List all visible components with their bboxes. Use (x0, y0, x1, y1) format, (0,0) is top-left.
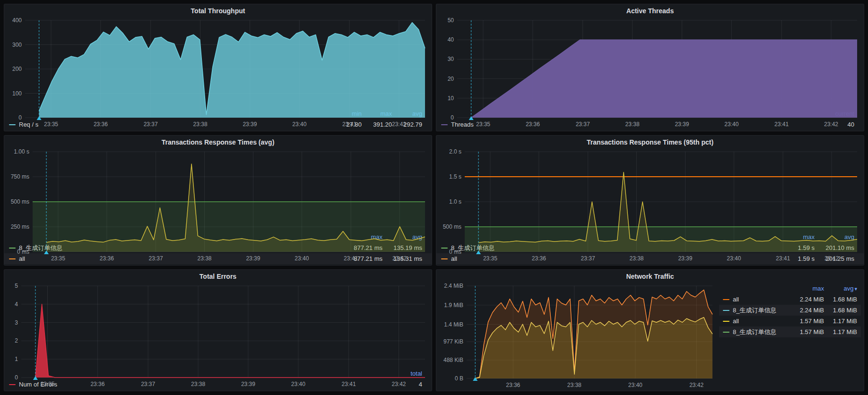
x-tick-label: 23:35 (483, 255, 497, 262)
y-tick-label: 250 ms (11, 223, 29, 230)
y-tick-label: 1.00 s (14, 148, 29, 155)
y-tick-label: 0 (18, 114, 22, 121)
legend-stat-value: 1.17 MiB (824, 328, 857, 335)
y-tick-label: 0 ms (17, 249, 29, 255)
legend-row: 8_生成订单信息1.57 MiB1.17 MiB (719, 326, 861, 337)
response-times-avg-chart[interactable]: 0 ms250 ms500 ms750 ms1.00 s23:3523:3623… (4, 147, 432, 232)
y-tick-label: 30 (448, 56, 454, 62)
legend-series-label[interactable]: all (723, 318, 791, 325)
series-color-dash-icon (723, 332, 729, 333)
y-tick-label: 20 (448, 76, 454, 82)
legend-row: all2.24 MiB1.68 MiB (719, 294, 861, 305)
legend-stat-header[interactable]: max (791, 285, 824, 292)
y-tick-label: 1.5 s (449, 173, 461, 180)
active-threads-chart[interactable]: 0102030405023:3523:3623:3723:3823:3923:4… (436, 16, 864, 108)
panel-total-errors: Total Errors 01234523:3523:3623:3723:382… (4, 269, 432, 391)
panel-title[interactable]: Network Traffic (436, 270, 864, 281)
x-tick-label: 23:38 (198, 255, 212, 262)
x-tick-label: 23:35 (476, 121, 490, 128)
series-area (475, 318, 712, 378)
total-errors-chart[interactable]: 01234523:3523:3623:3723:3823:3923:4023:4… (4, 281, 432, 368)
legend-stat-value: 1.68 MiB (824, 307, 857, 314)
x-tick-label: 23:42 (689, 382, 703, 388)
chart-canvas[interactable]: 010020030040023:3523:3623:3723:3823:3923… (4, 16, 432, 130)
network-traffic-chart[interactable]: 0 B488 KiB977 KiB1.4 MiB1.9 MiB2.4 MiB23… (436, 281, 719, 391)
sort-caret-icon: ▾ (854, 286, 857, 292)
legend-series-label[interactable]: 8_生成订单信息 (723, 328, 791, 336)
legend-stat-value: 1.57 MiB (791, 328, 824, 335)
y-tick-label: 4 (15, 301, 18, 308)
y-tick-label: 3 (15, 319, 18, 326)
legend-header: maxavg▾ (719, 283, 861, 294)
legend-stat-value: 1.57 MiB (791, 318, 824, 325)
x-tick-label: 23:36 (526, 121, 540, 128)
x-tick-label: 23:35 (44, 121, 58, 128)
legend-stat-header[interactable]: avg▾ (824, 285, 857, 292)
x-tick-label: 23:39 (241, 381, 255, 387)
y-tick-label: 488 KiB (443, 357, 463, 363)
y-tick-label: 50 (448, 17, 454, 24)
chart-canvas[interactable]: 01234523:3523:3623:3723:3823:3923:4023:4… (4, 281, 432, 390)
panel-title[interactable]: Transactions Response Times (avg) (4, 136, 432, 147)
chart-canvas[interactable]: 0102030405023:3523:3623:3723:3823:3923:4… (436, 16, 864, 130)
panel-title[interactable]: Active Threads (436, 4, 864, 16)
x-tick-label: 23:38 (630, 255, 644, 262)
legend-series-label[interactable]: 8_生成订单信息 (723, 306, 791, 315)
y-tick-label: 2 (15, 337, 18, 344)
x-tick-label: 23:39 (678, 255, 692, 262)
x-tick-label: 23:41 (342, 381, 356, 387)
x-tick-label: 23:41 (344, 255, 358, 262)
chart-canvas[interactable]: 0 ms250 ms500 ms750 ms1.00 s23:3523:3623… (4, 147, 432, 264)
chart-canvas[interactable]: 0 B488 KiB977 KiB1.4 MiB1.9 MiB2.4 MiB23… (436, 281, 719, 391)
x-tick-label: 23:36 (532, 255, 546, 262)
series-color-dash-icon (723, 299, 729, 300)
x-tick-label: 23:40 (295, 255, 309, 262)
panel-title[interactable]: Transactions Response Times (95th pct) (436, 136, 864, 147)
x-tick-label: 23:36 (100, 255, 114, 262)
panel-title[interactable]: Total Errors (4, 270, 432, 281)
y-tick-label: 200 (12, 66, 22, 72)
x-tick-label: 23:38 (625, 121, 640, 128)
panel-response-times-95pct: Transactions Response Times (95th pct) 0… (436, 135, 864, 266)
panel-response-times-avg: Transactions Response Times (avg) 0 ms25… (4, 135, 432, 266)
y-tick-label: 500 ms (443, 223, 461, 230)
chart-canvas[interactable]: 0 ms500 ms1.0 s1.5 s2.0 s23:3523:3623:37… (436, 147, 864, 264)
legend-series-label[interactable]: all (723, 296, 791, 303)
grafana-dashboard: Total Throughput 010020030040023:3523:36… (0, 0, 868, 395)
y-tick-label: 400 (12, 17, 22, 24)
panel-active-threads: Active Threads 0102030405023:3523:3623:3… (436, 4, 864, 131)
y-tick-label: 2.0 s (449, 148, 461, 155)
y-tick-label: 40 (448, 36, 454, 43)
x-tick-label: 23:39 (675, 121, 689, 128)
response-times-95pct-chart[interactable]: 0 ms500 ms1.0 s1.5 s2.0 s23:3523:3623:37… (436, 147, 864, 232)
x-tick-label: 23:41 (776, 255, 790, 262)
panel-network-traffic: Network Traffic 0 B488 KiB977 KiB1.4 MiB… (436, 269, 864, 391)
x-tick-label: 23:38 (193, 121, 208, 128)
y-tick-label: 0 (451, 114, 454, 121)
x-tick-label: 23:39 (246, 255, 260, 262)
panel-total-throughput: Total Throughput 010020030040023:3523:36… (4, 4, 432, 131)
x-tick-label: 23:40 (724, 121, 738, 128)
y-tick-label: 1.9 MiB (444, 302, 463, 309)
x-tick-label: 23:38 (191, 381, 205, 387)
y-tick-label: 500 ms (11, 198, 29, 205)
x-tick-label: 23:36 (94, 121, 108, 128)
x-tick-label: 23:41 (342, 121, 356, 128)
y-tick-label: 2.4 MiB (444, 283, 463, 289)
total-throughput-chart[interactable]: 010020030040023:3523:3623:3723:3823:3923… (4, 16, 432, 108)
legend-stat-value: 1.17 MiB (824, 318, 857, 325)
y-tick-label: 300 (12, 42, 22, 48)
y-tick-label: 5 (15, 283, 18, 289)
panel-title[interactable]: Total Throughput (4, 4, 432, 16)
y-tick-label: 977 KiB (443, 338, 463, 345)
y-tick-label: 1.0 s (449, 198, 461, 205)
legend-stat-value: 2.24 MiB (791, 296, 824, 303)
x-tick-label: 23:36 (506, 382, 520, 388)
x-tick-label: 23:42 (392, 121, 406, 128)
x-tick-label: 23:37 (149, 255, 163, 262)
x-tick-label: 23:35 (51, 255, 65, 262)
y-tick-label: 750 ms (11, 173, 29, 180)
x-tick-label: 23:41 (774, 121, 789, 128)
x-tick-label: 23:37 (576, 121, 590, 128)
y-tick-label: 100 (12, 90, 22, 97)
